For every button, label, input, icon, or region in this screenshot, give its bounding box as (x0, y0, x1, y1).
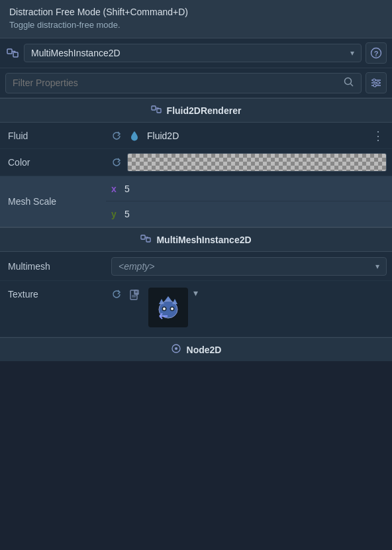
svg-point-11 (373, 79, 375, 82)
search-icon (344, 77, 354, 89)
multimesh-chevron-icon: ▾ (375, 262, 379, 271)
fluid2d-renderer-section-header[interactable]: Fluid2DRenderer (0, 98, 392, 123)
mesh-scale-y-input[interactable] (124, 209, 387, 219)
fluid-property-row: Fluid Fluid2D ⋮ (0, 123, 392, 149)
svg-rect-14 (152, 106, 156, 110)
node-class-dropdown[interactable]: MultiMeshInstance2D ▾ (24, 44, 362, 62)
fluid-reset-button[interactable] (111, 131, 122, 141)
color-controls (106, 149, 392, 176)
svg-text:?: ? (374, 50, 379, 58)
fluid-value[interactable]: Fluid2D (147, 131, 179, 141)
multimesh-instance-icon (140, 233, 151, 246)
node-class-name: MultiMeshInstance2D (31, 48, 121, 58)
texture-controls: ▾ (106, 286, 392, 331)
texture-thumbnail[interactable] (148, 288, 188, 327)
fluid-label: Fluid (0, 125, 106, 146)
texture-file-icon[interactable] (127, 288, 143, 303)
fluid-controls: Fluid2D ⋮ (106, 125, 392, 147)
fluid2d-renderer-icon (151, 104, 162, 117)
multimesh-property-row: Multimesh <empty> ▾ (0, 252, 392, 281)
svg-rect-18 (141, 235, 145, 239)
color-reset-button[interactable] (111, 157, 122, 168)
node2d-icon (171, 343, 181, 356)
node2d-section-header[interactable]: Node2D (0, 337, 392, 361)
filter-input-wrap (5, 73, 362, 93)
node-type-icon (5, 46, 20, 60)
y-axis-label: y (111, 209, 124, 219)
svg-point-39 (175, 347, 177, 350)
mesh-scale-values: x y (106, 176, 392, 227)
texture-expand-button[interactable]: ▾ (193, 288, 198, 298)
mesh-scale-x-row: x (106, 176, 392, 201)
svg-rect-22 (130, 290, 137, 300)
svg-point-13 (373, 84, 376, 87)
x-axis-label: x (111, 184, 124, 194)
multimesh-label: Multimesh (0, 256, 106, 277)
filter-settings-button[interactable] (366, 72, 387, 93)
svg-point-6 (345, 78, 352, 84)
svg-rect-19 (146, 238, 150, 242)
svg-rect-0 (7, 49, 12, 54)
multimesh-controls: <empty> ▾ (106, 253, 392, 280)
multimesh-instance-label: MultiMeshInstance2D (156, 235, 251, 245)
tooltip-description: Toggle distraction-free mode. (9, 20, 383, 30)
color-preview-swatch[interactable] (127, 153, 387, 172)
mesh-scale-y-row: y (106, 201, 392, 227)
inspector-header: MultiMeshInstance2D ▾ ? (0, 38, 392, 68)
svg-line-7 (351, 83, 354, 86)
multimesh-dropdown[interactable]: <empty> ▾ (111, 257, 387, 276)
texture-property-row: Texture (0, 281, 392, 337)
tooltip-banner: Distraction Free Mode (Shift+Command+D) … (0, 0, 392, 38)
svg-rect-15 (157, 109, 161, 113)
fluid2d-renderer-label: Fluid2DRenderer (167, 105, 242, 116)
multimesh-value: <empty> (119, 261, 154, 272)
svg-rect-1 (13, 52, 18, 57)
color-label: Color (0, 152, 106, 173)
mesh-scale-property-row: Mesh Scale x y (0, 176, 392, 227)
texture-label: Texture (0, 286, 106, 305)
svg-point-33 (171, 307, 173, 310)
multimesh-instance-section-header[interactable]: MultiMeshInstance2D (0, 227, 392, 252)
filter-properties-input[interactable] (13, 78, 338, 88)
mesh-scale-x-input[interactable] (124, 184, 387, 194)
texture-reset-button[interactable] (111, 288, 122, 300)
mesh-scale-label: Mesh Scale (0, 176, 106, 227)
fluid-menu-button[interactable]: ⋮ (369, 129, 387, 143)
tooltip-title: Distraction Free Mode (Shift+Command+D) (9, 7, 383, 17)
color-property-row: Color (0, 149, 392, 176)
fluid-droplet-icon (127, 129, 142, 143)
node2d-label: Node2D (187, 345, 222, 355)
svg-point-32 (163, 307, 166, 310)
filter-bar (0, 68, 392, 98)
doc-button[interactable]: ? (366, 42, 387, 64)
dropdown-chevron-icon: ▾ (350, 48, 354, 58)
svg-point-12 (377, 82, 379, 84)
